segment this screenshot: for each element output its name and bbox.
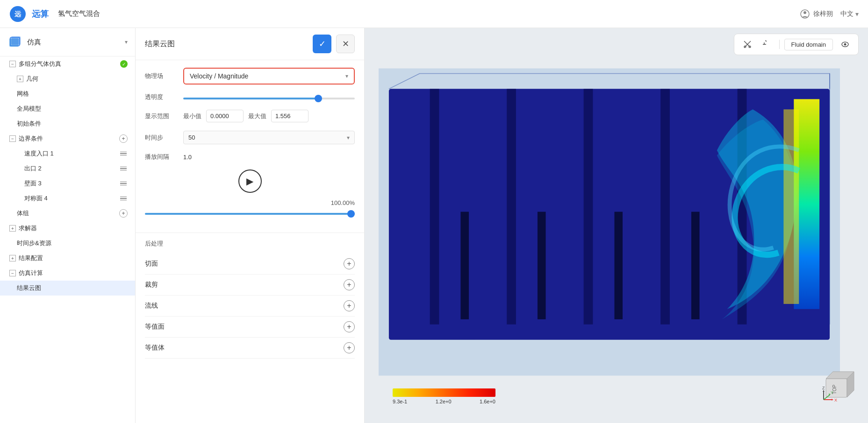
expand-icon[interactable]: +	[9, 255, 16, 261]
header: 远 远算 氢气空气混合 徐梓朔 中文 ▾	[0, 0, 868, 28]
sidebar-item-solver[interactable]: + 求解器	[0, 221, 135, 236]
scissors-icon	[743, 40, 752, 49]
expand-icon[interactable]: −	[9, 270, 16, 276]
cfd-visualization	[379, 54, 840, 390]
sidebar-header: 仿真 ▾	[0, 28, 135, 56]
item-label: 结果配置	[19, 254, 128, 262]
domain-label: Fluid domain	[784, 39, 833, 50]
svg-rect-17	[584, 89, 593, 324]
user-name: 徐梓朔	[813, 10, 833, 18]
timestep-value: 50	[188, 134, 195, 141]
add-clip-button[interactable]: +	[344, 279, 355, 290]
main-layout: 仿真 ▾ − 多组分气体仿真 ✓ + 几何 网格 全局模型 初始条件 − 边界条…	[0, 28, 868, 423]
sidebar-item-result-config[interactable]: + 结果配置	[0, 251, 135, 266]
play-icon: ▶	[246, 176, 253, 187]
transparency-label: 透明度	[145, 93, 178, 101]
app-name: 远算	[32, 8, 49, 20]
language-label: 中文	[840, 10, 854, 18]
max-value-input[interactable]	[271, 110, 308, 122]
physics-field-row: 物理场 Velocity / Magnitude ▾	[145, 68, 355, 85]
menu-icon[interactable]	[119, 149, 128, 158]
svg-text:Z: Z	[822, 386, 825, 390]
sidebar-item-body-group[interactable]: 体组 +	[0, 206, 135, 221]
sidebar-item-geometry[interactable]: + 几何	[0, 71, 135, 86]
add-streamline-button[interactable]: +	[344, 300, 355, 311]
expand-icon[interactable]: +	[9, 225, 16, 232]
sidebar-item-timestep[interactable]: 时间步&资源	[0, 236, 135, 251]
sidebar-title: 仿真	[27, 38, 41, 47]
transparency-slider-container	[183, 93, 355, 101]
progress-slider[interactable]	[145, 213, 355, 215]
item-label: 切面	[145, 260, 158, 268]
sidebar: 仿真 ▾ − 多组分气体仿真 ✓ + 几何 网格 全局模型 初始条件 − 边界条…	[0, 28, 136, 423]
reset-button[interactable]	[760, 37, 775, 52]
svg-point-3	[803, 11, 806, 14]
postprocess-item-isosurface: 等值面 +	[145, 317, 355, 338]
interval-value: 1.0	[183, 154, 192, 161]
min-value-input[interactable]	[206, 110, 244, 122]
sidebar-item-symmetry4[interactable]: 对称面 4	[0, 191, 135, 206]
form-section: 物理场 Velocity / Magnitude ▾ 透明度 显示范围 最小值	[136, 60, 364, 233]
sidebar-item-multi-gas[interactable]: − 多组分气体仿真 ✓	[0, 56, 135, 71]
colorbar-min: 9.3e-1	[393, 399, 407, 404]
sidebar-item-boundary[interactable]: − 边界条件 +	[0, 131, 135, 146]
expand-icon[interactable]: +	[17, 76, 23, 82]
menu-icon[interactable]	[119, 164, 128, 173]
add-isosurface-button[interactable]: +	[344, 321, 355, 332]
expand-icon[interactable]: −	[9, 61, 16, 67]
transparency-slider[interactable]	[183, 98, 355, 99]
progress-text: 100.00%	[145, 199, 355, 206]
status-ok-icon: ✓	[120, 60, 128, 68]
sidebar-item-inlet1[interactable]: 速度入口 1	[0, 146, 135, 161]
timestep-label: 时间步	[145, 134, 178, 142]
transparency-row: 透明度	[145, 93, 355, 101]
sidebar-item-sim-calc[interactable]: − 仿真计算	[0, 266, 135, 281]
svg-rect-20	[460, 212, 469, 319]
svg-text:远: 远	[14, 10, 22, 18]
colorbar: 9.3e-1 1.2e+0 1.6e+0	[393, 388, 495, 404]
physics-field-dropdown[interactable]: Velocity / Magnitude ▾	[183, 68, 355, 85]
sidebar-item-initial-cond[interactable]: 初始条件	[0, 116, 135, 131]
postprocess-section: 后处理 切面 + 裁剪 + 流线 + 等值面 + 等值体 +	[136, 240, 364, 366]
sidebar-item-wall3[interactable]: 壁面 3	[0, 176, 135, 191]
menu-icon[interactable]	[119, 194, 128, 203]
user-avatar-icon	[800, 9, 810, 19]
reset-icon	[763, 40, 771, 49]
postprocess-item-clip: 裁剪 +	[145, 275, 355, 296]
item-label: 体组	[17, 209, 116, 218]
user-info: 徐梓朔	[800, 9, 833, 19]
postprocess-title: 后处理	[145, 240, 355, 248]
eye-button[interactable]	[838, 37, 853, 52]
item-label: 结果云图	[17, 284, 128, 292]
add-icon[interactable]: +	[119, 209, 128, 218]
cube-icon	[7, 35, 22, 49]
sidebar-item-global-model[interactable]: 全局模型	[0, 101, 135, 116]
svg-marker-29	[832, 399, 833, 401]
expand-icon[interactable]: −	[9, 135, 16, 142]
chevron-down-icon: ▾	[855, 10, 859, 18]
minmax-row: 最小值 最大值	[183, 110, 355, 122]
item-label: 对称面 4	[24, 194, 116, 203]
panel-title: 结果云图	[145, 39, 175, 49]
axis-cube-icon: TOP X Z Y	[821, 367, 859, 404]
sidebar-item-result-cloud[interactable]: 结果云图	[0, 281, 135, 296]
interval-row: 播放间隔 1.0	[145, 153, 355, 161]
header-left: 远 远算 氢气空气混合	[9, 6, 100, 22]
scissors-button[interactable]	[740, 37, 755, 52]
sidebar-chevron-icon[interactable]: ▾	[125, 39, 128, 45]
item-label: 壁面 3	[24, 179, 116, 188]
add-icon[interactable]: +	[119, 134, 128, 143]
eye-icon	[841, 40, 849, 49]
item-label: 求解器	[19, 224, 128, 233]
timestep-select[interactable]: 50 ▾	[183, 131, 355, 144]
language-selector[interactable]: 中文 ▾	[840, 10, 859, 18]
add-slice-button[interactable]: +	[344, 258, 355, 269]
sidebar-item-mesh[interactable]: 网格	[0, 86, 135, 101]
close-button[interactable]: ✕	[336, 35, 355, 53]
menu-icon[interactable]	[119, 179, 128, 188]
sidebar-item-outlet2[interactable]: 出口 2	[0, 161, 135, 176]
play-button[interactable]: ▶	[238, 169, 262, 193]
add-isovolume-button[interactable]: +	[344, 342, 355, 353]
item-label: 速度入口 1	[24, 149, 116, 158]
confirm-button[interactable]: ✓	[313, 35, 331, 53]
